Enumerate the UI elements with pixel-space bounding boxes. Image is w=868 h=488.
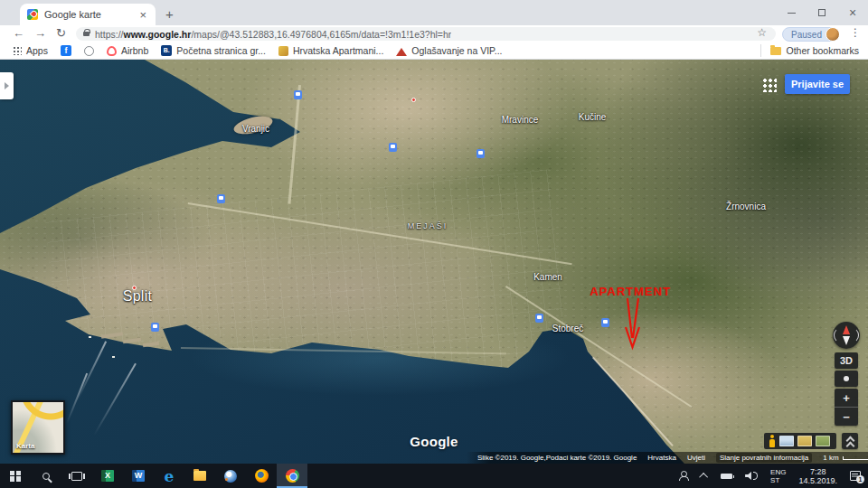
browser-tab[interactable]: Google karte ×: [20, 4, 156, 25]
compass-control[interactable]: [833, 322, 860, 349]
3d-button[interactable]: 3D: [835, 352, 858, 369]
transit-station-icon[interactable]: [294, 90, 302, 99]
apartment-arrow: [617, 296, 649, 354]
browser-menu-icon[interactable]: ⋮: [850, 26, 861, 39]
transit-station-icon[interactable]: [535, 314, 543, 323]
imagery-thumbnail[interactable]: [779, 436, 794, 446]
language-indicator[interactable]: ENG ST: [770, 468, 786, 484]
google-apps-icon[interactable]: [762, 78, 777, 92]
transit-station-icon[interactable]: [601, 318, 609, 327]
region-link[interactable]: Hrvatska: [647, 454, 676, 462]
place-label-stobrec: Stobreč: [552, 324, 583, 333]
bookmark-hrvatska-apartmani[interactable]: Hrvatska Apartmani...: [278, 45, 383, 56]
mail-app-icon: [224, 470, 237, 483]
map-mode-toggle[interactable]: Karta: [11, 400, 65, 455]
compass-north-needle: [843, 325, 850, 334]
clock[interactable]: 7:28 14.5.2019.: [798, 467, 837, 485]
chevron-up-icon: [699, 473, 708, 482]
tab-close-icon[interactable]: ×: [137, 8, 148, 22]
date-text: 14.5.2019.: [798, 476, 837, 485]
poi-marker[interactable]: [411, 98, 416, 102]
reload-icon[interactable]: ↻: [56, 26, 66, 40]
signin-button[interactable]: Prijavite se: [785, 74, 850, 94]
taskbar-word[interactable]: W: [123, 464, 154, 488]
taskbar-search-button[interactable]: [31, 464, 61, 488]
zoom-in-button[interactable]: +: [835, 389, 858, 407]
chrome-icon: [286, 469, 299, 483]
terms-link[interactable]: Uvjeti: [687, 454, 705, 462]
taskbar-excel[interactable]: X: [92, 464, 123, 488]
bookmark-booking[interactable]: B. Početna stranica gr...: [161, 45, 266, 56]
tab-title: Google karte: [44, 9, 137, 20]
volume-indicator[interactable]: [745, 472, 758, 480]
bookmark-facebook[interactable]: f: [61, 45, 71, 56]
transit-station-icon[interactable]: [217, 194, 225, 203]
edge-icon: e: [165, 470, 175, 483]
feedback-link[interactable]: Slanje povratnih informacija: [716, 453, 812, 463]
close-button[interactable]: ×: [837, 0, 868, 25]
back-icon[interactable]: ←: [13, 26, 24, 40]
battery-icon: [721, 474, 732, 479]
battery-indicator[interactable]: [721, 474, 732, 479]
city-label-split: Split: [123, 288, 153, 305]
language-code: ENG: [770, 468, 786, 476]
zoom-out-button[interactable]: −: [835, 407, 858, 426]
place-label-mravince: Mravince: [502, 115, 539, 125]
chevron-up-icon: [845, 442, 854, 451]
word-icon: W: [132, 470, 145, 482]
taskbar-chrome-active[interactable]: [277, 464, 307, 488]
bookmark-site[interactable]: [84, 46, 94, 56]
taskbar-edge[interactable]: e: [154, 464, 184, 488]
map-canvas[interactable]: Split Vranjic Mravince Kučine Žrnovnica …: [0, 60, 868, 464]
imagery-thumbnail[interactable]: [816, 436, 830, 446]
browser-titlebar: Google karte × + ×: [0, 0, 868, 25]
transit-station-icon[interactable]: [476, 149, 485, 158]
my-location-button[interactable]: [835, 371, 858, 387]
profile-avatar[interactable]: [826, 27, 840, 42]
tray-overflow-button[interactable]: [702, 473, 708, 479]
action-center-button[interactable]: 1: [850, 471, 861, 481]
taskbar-firefox[interactable]: [246, 464, 277, 488]
bookmark-airbnb[interactable]: Airbnb: [107, 45, 148, 56]
bookmarks-bar: Apps f Airbnb B. Početna stranica gr... …: [0, 42, 868, 60]
pegman-icon[interactable]: [768, 435, 776, 447]
minimize-button[interactable]: [776, 0, 807, 25]
search-icon: [42, 473, 50, 480]
start-button[interactable]: [0, 464, 31, 488]
window-controls: ×: [776, 0, 868, 25]
transit-station-icon[interactable]: [389, 143, 397, 152]
zoom-control: + −: [835, 389, 858, 426]
time-text: 7:28: [810, 467, 826, 476]
apps-grid-icon: [13, 46, 22, 55]
sound-wave-icon: [753, 472, 758, 480]
file-explorer-icon: [193, 471, 206, 481]
boat: [89, 336, 91, 338]
attribution-bar: Slike ©2019. Google,Podaci karte ©2019. …: [467, 452, 868, 464]
collapse-imagery-button[interactable]: [842, 433, 858, 449]
notification-badge: 1: [856, 475, 864, 483]
system-tray: ENG ST 7:28 14.5.2019. 1: [678, 464, 868, 488]
poi-marker[interactable]: [132, 286, 137, 290]
taskbar-mail[interactable]: [215, 464, 246, 488]
windows-taskbar: X W e ENG ST 7:2: [0, 464, 868, 488]
other-bookmarks[interactable]: Other bookmarks: [760, 44, 859, 57]
keyboard-layout: ST: [770, 476, 779, 484]
people-button[interactable]: [678, 471, 689, 481]
bookmark-star-icon[interactable]: ☆: [757, 26, 767, 39]
sync-paused-badge[interactable]: Paused: [782, 27, 839, 42]
apps-shortcut[interactable]: Apps: [13, 45, 48, 56]
imagery-thumbnail[interactable]: [797, 436, 812, 446]
maximize-button[interactable]: [807, 0, 837, 25]
forward-icon[interactable]: →: [34, 26, 46, 40]
url-text: https://www.google.hr/maps/@43.512883,16…: [95, 29, 451, 40]
paused-label: Paused: [791, 30, 822, 40]
task-view-button[interactable]: [61, 464, 92, 488]
facebook-icon: f: [61, 45, 71, 56]
address-bar[interactable]: https://www.google.hr/maps/@43.512883,16…: [76, 27, 776, 41]
bookmark-oglasavanje[interactable]: Oglašavanje na VIP...: [396, 45, 502, 56]
side-panel-handle[interactable]: [0, 72, 14, 99]
taskbar-file-explorer[interactable]: [184, 464, 215, 488]
location-dot-icon: [844, 376, 849, 381]
transit-station-icon[interactable]: [151, 323, 159, 332]
new-tab-button[interactable]: +: [165, 6, 174, 22]
